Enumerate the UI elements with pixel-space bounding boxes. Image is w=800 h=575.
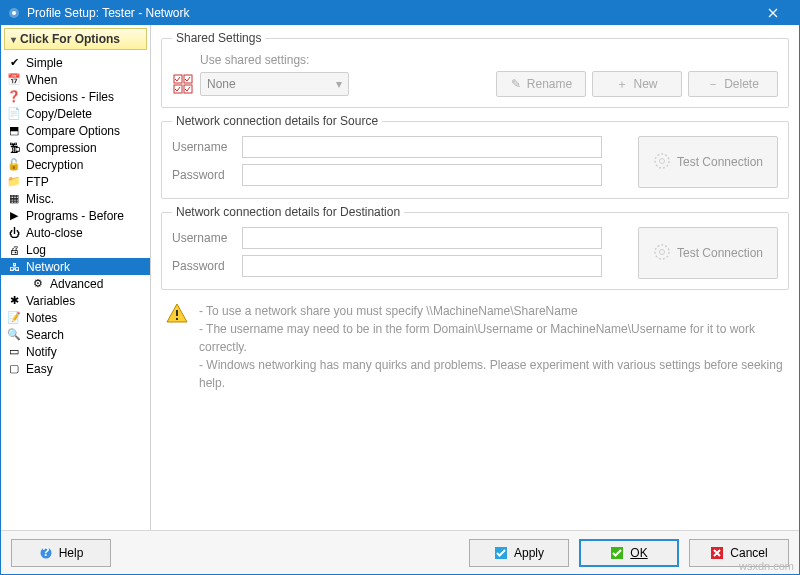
- shared-settings-dropdown[interactable]: None: [200, 72, 349, 96]
- button-label: Test Connection: [677, 155, 763, 169]
- sidebar-item-label: Notify: [26, 345, 57, 359]
- dest-group: Network connection details for Destinati…: [161, 205, 789, 290]
- sidebar-item-decryption[interactable]: 🔓Decryption: [1, 156, 150, 173]
- footer: ?Help Apply OK Cancel: [1, 530, 799, 574]
- delete-button[interactable]: －Delete: [688, 71, 778, 97]
- misc-icon: ▦: [7, 192, 21, 206]
- edit-icon: ✎: [510, 78, 522, 90]
- window-title: Profile Setup: Tester - Network: [27, 6, 753, 20]
- sidebar-item-label: Log: [26, 243, 46, 257]
- sidebar-item-search[interactable]: 🔍Search: [1, 326, 150, 343]
- note-line: - The username may need to be in the for…: [199, 320, 785, 356]
- sidebar-item-decisions[interactable]: ❓Decisions - Files: [1, 88, 150, 105]
- note-line: - Windows networking has many quirks and…: [199, 356, 785, 392]
- sidebar-tree: ✔Simple 📅When ❓Decisions - Files 📄Copy/D…: [1, 53, 150, 530]
- apply-icon: [494, 546, 508, 560]
- sidebar-item-autoclose[interactable]: ⏻Auto-close: [1, 224, 150, 241]
- options-header-label: Click For Options: [20, 32, 120, 46]
- dest-username-input[interactable]: [242, 227, 602, 249]
- source-legend: Network connection details for Source: [172, 114, 382, 128]
- button-label: Rename: [527, 77, 572, 91]
- compress-icon: 🗜: [7, 141, 21, 155]
- sidebar-item-misc[interactable]: ▦Misc.: [1, 190, 150, 207]
- button-label: OK: [630, 546, 647, 560]
- sidebar-item-label: Search: [26, 328, 64, 342]
- titlebar: Profile Setup: Tester - Network: [1, 1, 799, 25]
- easy-icon: ▢: [7, 362, 21, 376]
- sidebar-item-easy[interactable]: ▢Easy: [1, 360, 150, 377]
- sidebar-item-label: Decryption: [26, 158, 83, 172]
- sidebar-item-simple[interactable]: ✔Simple: [1, 54, 150, 71]
- sidebar-item-label: Advanced: [50, 277, 103, 291]
- sidebar-item-label: Easy: [26, 362, 53, 376]
- source-group: Network connection details for Source Us…: [161, 114, 789, 199]
- checklist-icon: [172, 73, 194, 95]
- shared-legend: Shared Settings: [172, 31, 265, 45]
- sidebar-item-label: When: [26, 73, 57, 87]
- sidebar-item-compare[interactable]: ⬒Compare Options: [1, 122, 150, 139]
- lock-icon: 🔓: [7, 158, 21, 172]
- sidebar-item-variables[interactable]: ✱Variables: [1, 292, 150, 309]
- sidebar-item-label: Compare Options: [26, 124, 120, 138]
- help-icon: ?: [39, 546, 53, 560]
- rename-button[interactable]: ✎Rename: [496, 71, 586, 97]
- notes-icon: 📝: [7, 311, 21, 325]
- sidebar-item-notes[interactable]: 📝Notes: [1, 309, 150, 326]
- sidebar-item-advanced[interactable]: ⚙Advanced: [1, 275, 150, 292]
- network-icon: 🖧: [7, 260, 21, 274]
- app-icon: [7, 6, 21, 20]
- dropdown-value: None: [207, 77, 236, 91]
- calendar-icon: 📅: [7, 73, 21, 87]
- button-label: Apply: [514, 546, 544, 560]
- sidebar-item-label: Network: [26, 260, 70, 274]
- new-button[interactable]: ＋New: [592, 71, 682, 97]
- svg-rect-11: [176, 318, 178, 320]
- svg-point-6: [655, 154, 669, 168]
- sidebar-item-label: Simple: [26, 56, 63, 70]
- info-note: - To use a network share you must specif…: [161, 296, 789, 392]
- svg-text:?: ?: [42, 547, 49, 559]
- dest-password-input[interactable]: [242, 255, 602, 277]
- svg-point-7: [659, 158, 664, 163]
- source-pass-label: Password: [172, 168, 232, 182]
- svg-point-8: [655, 245, 669, 259]
- sidebar-item-label: Compression: [26, 141, 97, 155]
- notify-icon: ▭: [7, 345, 21, 359]
- sidebar-item-label: Copy/Delete: [26, 107, 92, 121]
- simple-icon: ✔: [7, 56, 21, 70]
- sidebar-item-when[interactable]: 📅When: [1, 71, 150, 88]
- close-button[interactable]: [753, 1, 793, 25]
- ok-button[interactable]: OK: [579, 539, 679, 567]
- source-password-input[interactable]: [242, 164, 602, 186]
- svg-point-9: [659, 249, 664, 254]
- help-button[interactable]: ?Help: [11, 539, 111, 567]
- dest-test-button[interactable]: Test Connection: [638, 227, 778, 279]
- sidebar-item-compression[interactable]: 🗜Compression: [1, 139, 150, 156]
- source-test-button[interactable]: Test Connection: [638, 136, 778, 188]
- body: ▾ Click For Options ✔Simple 📅When ❓Decis…: [1, 25, 799, 530]
- content: Shared Settings Use shared settings: Non…: [151, 25, 799, 530]
- sidebar-item-programs[interactable]: ▶Programs - Before: [1, 207, 150, 224]
- options-header[interactable]: ▾ Click For Options: [4, 28, 147, 50]
- ftp-icon: 📁: [7, 175, 21, 189]
- sidebar-item-copydelete[interactable]: 📄Copy/Delete: [1, 105, 150, 122]
- cancel-icon: [710, 546, 724, 560]
- check-icon: [610, 546, 624, 560]
- button-label: Help: [59, 546, 84, 560]
- warning-icon: [165, 302, 189, 326]
- autoclose-icon: ⏻: [7, 226, 21, 240]
- chevron-down-icon: ▾: [11, 34, 16, 45]
- gear-icon: [653, 152, 671, 173]
- sidebar-item-label: Programs - Before: [26, 209, 124, 223]
- button-label: Cancel: [730, 546, 767, 560]
- sidebar-item-ftp[interactable]: 📁FTP: [1, 173, 150, 190]
- sidebar-item-log[interactable]: 🖨Log: [1, 241, 150, 258]
- sidebar-item-label: FTP: [26, 175, 49, 189]
- apply-button[interactable]: Apply: [469, 539, 569, 567]
- source-username-input[interactable]: [242, 136, 602, 158]
- minus-icon: －: [707, 78, 719, 90]
- sidebar-item-network[interactable]: 🖧Network: [1, 258, 150, 275]
- note-line: - To use a network share you must specif…: [199, 302, 785, 320]
- sidebar-item-label: Misc.: [26, 192, 54, 206]
- sidebar-item-notify[interactable]: ▭Notify: [1, 343, 150, 360]
